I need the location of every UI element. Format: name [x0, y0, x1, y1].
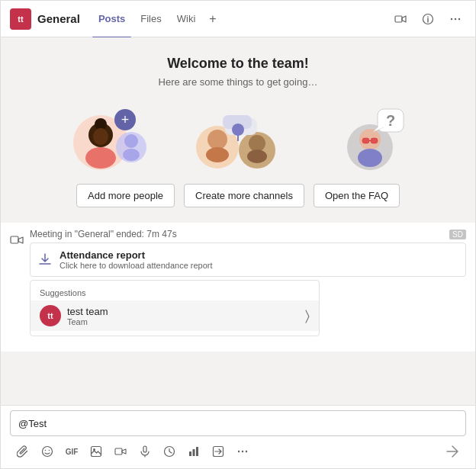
- suggestions-label: Suggestions: [31, 285, 319, 300]
- svg-point-7: [85, 147, 116, 169]
- emoji-icon[interactable]: [37, 442, 57, 461]
- loop-icon[interactable]: [208, 442, 228, 461]
- download-icon: [37, 252, 53, 268]
- meet-icon[interactable]: [111, 442, 130, 461]
- meeting-icon: [10, 233, 24, 249]
- open-faq-button[interactable]: Open the FAQ: [314, 184, 400, 207]
- action-buttons-row: Add more people Create more channels Ope…: [16, 184, 460, 207]
- svg-point-5: [458, 18, 460, 19]
- suggestion-type: Team: [67, 317, 299, 326]
- svg-point-24: [232, 124, 244, 136]
- svg-point-35: [49, 450, 50, 451]
- svg-point-13: [123, 149, 140, 161]
- svg-point-34: [45, 450, 47, 451]
- create-more-channels-button[interactable]: Create more channels: [184, 184, 304, 207]
- svg-point-12: [124, 134, 138, 148]
- svg-point-46: [242, 451, 243, 452]
- input-area: @Test GIF: [1, 405, 475, 468]
- suggestion-info: test team Team: [67, 306, 299, 326]
- create-channels-svg: [188, 103, 288, 172]
- svg-rect-41: [189, 451, 191, 456]
- info-icon[interactable]: [417, 8, 439, 30]
- svg-point-4: [455, 18, 456, 19]
- suggestion-name: test team: [67, 306, 299, 317]
- cursor-indicator: 〉: [305, 308, 310, 324]
- svg-point-47: [246, 451, 247, 452]
- svg-point-18: [206, 147, 229, 162]
- svg-point-10: [93, 128, 108, 145]
- svg-point-20: [249, 135, 265, 152]
- svg-rect-0: [395, 16, 402, 22]
- faq-illustration: ?: [310, 103, 425, 172]
- messages-area: Meeting in "General" ended: 7m 47s SD At…: [1, 223, 475, 352]
- suggestion-item[interactable]: tt test team Team 〉: [31, 300, 319, 331]
- svg-point-21: [247, 149, 267, 163]
- svg-rect-36: [92, 447, 101, 457]
- sticker-icon[interactable]: [86, 442, 106, 461]
- header: tt General Posts Files Wiki +: [1, 1, 475, 37]
- svg-rect-38: [115, 448, 122, 455]
- add-tab-button[interactable]: +: [204, 9, 220, 29]
- add-people-svg: +: [63, 103, 154, 172]
- video-call-icon[interactable]: [390, 8, 411, 30]
- sd-badge: SD: [449, 230, 466, 239]
- tab-wiki[interactable]: Wiki: [171, 10, 202, 27]
- svg-point-33: [43, 447, 53, 457]
- svg-point-3: [451, 18, 452, 19]
- suggestions-dropdown: Suggestions tt test team Team 〉: [30, 280, 320, 336]
- add-more-people-button[interactable]: Add more people: [76, 184, 175, 207]
- meeting-ended-text: Meeting in "General" ended: 7m 47s: [30, 229, 177, 239]
- team-icon: tt: [10, 8, 31, 30]
- svg-text:?: ?: [386, 112, 395, 129]
- channel-name: General: [37, 12, 80, 25]
- svg-point-45: [238, 451, 240, 452]
- attendance-title: Attendance report: [60, 249, 213, 261]
- svg-rect-32: [11, 236, 18, 243]
- welcome-title: Welcome to the team!: [16, 56, 460, 72]
- svg-rect-28: [371, 138, 378, 143]
- attendance-subtitle: Click here to download attendance report: [60, 261, 213, 270]
- attendance-report-card[interactable]: Attendance report Click here to download…: [30, 243, 466, 277]
- welcome-subtitle: Here are some things to get going…: [16, 76, 460, 88]
- svg-rect-27: [362, 138, 369, 143]
- svg-point-29: [358, 149, 382, 167]
- more-options-icon[interactable]: [445, 8, 466, 30]
- svg-rect-39: [143, 446, 146, 452]
- input-value: @Test: [18, 418, 47, 429]
- svg-point-2: [427, 16, 429, 18]
- nav-tabs: Posts Files Wiki +: [92, 9, 390, 29]
- svg-rect-43: [196, 447, 198, 456]
- meeting-ended-row: Meeting in "General" ended: 7m 47s SD At…: [10, 229, 466, 339]
- tab-files[interactable]: Files: [134, 10, 167, 27]
- toolbar-row: GIF: [10, 436, 466, 464]
- chart-icon[interactable]: [184, 442, 204, 461]
- faq-svg: ?: [326, 103, 410, 172]
- svg-rect-42: [193, 449, 195, 456]
- illustration-row: +: [16, 103, 460, 172]
- attachment-icon[interactable]: [13, 442, 33, 461]
- svg-point-17: [207, 130, 227, 149]
- gif-icon[interactable]: GIF: [62, 442, 82, 461]
- header-actions: [390, 8, 466, 30]
- main-content: Welcome to the team! Here are some thing…: [1, 37, 475, 405]
- audio-icon[interactable]: [135, 442, 155, 461]
- message-input[interactable]: @Test: [10, 410, 466, 436]
- schedule-icon[interactable]: [159, 442, 179, 461]
- more-toolbar-icon[interactable]: [233, 442, 252, 461]
- send-button[interactable]: [442, 441, 463, 462]
- tab-posts[interactable]: Posts: [92, 10, 131, 27]
- create-channels-illustration: [181, 103, 295, 172]
- add-people-illustration: +: [51, 103, 166, 172]
- app-container: tt General Posts Files Wiki +: [0, 0, 476, 469]
- suggestion-avatar: tt: [40, 305, 61, 326]
- svg-text:+: +: [121, 112, 130, 127]
- welcome-section: Welcome to the team! Here are some thing…: [1, 37, 475, 223]
- meeting-ended-content: Meeting in "General" ended: 7m 47s SD At…: [30, 229, 466, 339]
